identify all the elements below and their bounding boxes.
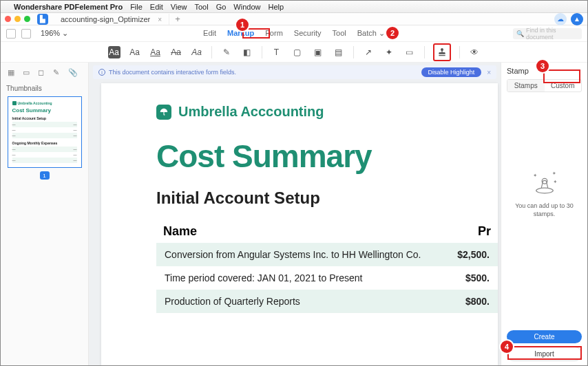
stamp-tabs: Stamps Custom (507, 79, 582, 92)
menu-window[interactable]: Window (233, 3, 260, 11)
stamp-illustration-icon (529, 168, 560, 195)
info-icon: i (98, 69, 105, 76)
separator (459, 46, 460, 58)
col-name: Name (163, 224, 450, 239)
stamp-empty-text: You can add up to 30 stamps. (507, 202, 582, 218)
attachments-icon[interactable]: 📎 (68, 68, 78, 78)
document-tab[interactable]: accounting-sign_Optimizer × (54, 14, 169, 25)
create-stamp-button[interactable]: Create (507, 330, 582, 343)
col-price: Pr (450, 224, 491, 239)
shape-tool-icon[interactable]: ▭ (403, 46, 416, 58)
separator (211, 46, 212, 58)
search-input[interactable]: 🔍 Find in this document (513, 28, 582, 39)
os-menubar: Wondershare PDFelement Pro File Edit Vie… (1, 1, 587, 13)
page-thumbnail[interactable]: Umbrella Accounting Cost Summary Initial… (8, 96, 82, 168)
page-number-badge: 1 (40, 171, 50, 180)
cloud-icon[interactable]: ☁ (554, 13, 567, 25)
menu-view[interactable]: View (171, 3, 187, 11)
markup-toolbar: Aa Aa Aa Aa Aa ✎ ◧ T ▢ ▣ ▤ ↗ ✦ ▭ 👁 (1, 42, 587, 63)
minimize-window-icon[interactable] (14, 16, 21, 22)
table-row: Time period covered: JAN 01, 2021 to Pre… (156, 266, 498, 290)
close-window-icon[interactable] (5, 16, 11, 22)
primary-toolbar: 196% ⌄ Edit Markup Form Security Tool Ba… (1, 25, 587, 42)
menu-file[interactable]: File (130, 3, 143, 11)
sidebar-toggle-icon[interactable] (6, 29, 16, 39)
tab-batch[interactable]: Batch ⌄ (357, 29, 385, 38)
tab-tool[interactable]: Tool (333, 29, 346, 38)
tab-form[interactable]: Form (265, 29, 283, 38)
app-logo-icon: ▙ (37, 14, 48, 25)
note-tool-icon[interactable]: ▢ (291, 46, 304, 58)
layout-icon[interactable] (21, 29, 31, 39)
tab-stamps[interactable]: Stamps (507, 80, 545, 92)
text-tool-icon[interactable]: Aa (129, 46, 141, 58)
tab-custom[interactable]: Custom (545, 80, 582, 92)
account-icon[interactable]: ▲ (571, 13, 583, 25)
eraser-tool-icon[interactable]: ◧ (241, 46, 253, 58)
table-row: Conversion from Angular Systems Inc. to … (156, 243, 498, 266)
doc-title: Cost Summary (156, 138, 498, 175)
pin-tool-icon[interactable]: ✦ (383, 46, 395, 58)
traffic-lights (5, 16, 30, 22)
svg-point-0 (536, 188, 553, 193)
cost-table: Name Pr Conversion from Angular Systems … (156, 220, 498, 313)
doc-brand-name: Umbrella Acccounting (178, 104, 324, 120)
menu-help[interactable]: Help (268, 3, 284, 11)
strikeout-tool-icon[interactable]: Aa (170, 46, 182, 58)
zoom-level[interactable]: 196% ⌄ (41, 29, 68, 38)
banner-message: This document contains interactive form … (109, 69, 236, 76)
annotation-3: 3 (536, 60, 549, 72)
fullscreen-window-icon[interactable] (24, 16, 30, 22)
menu-edit[interactable]: Edit (150, 3, 163, 11)
arrow-tool-icon[interactable]: ↗ (362, 46, 375, 58)
textbox-tool-icon[interactable]: T (271, 46, 283, 58)
annotation-4: 4 (501, 341, 513, 353)
disable-highlight-button[interactable]: Disable Highlight (421, 67, 482, 77)
comment-tool-icon[interactable]: ▤ (333, 46, 345, 58)
doc-brand: Umbrella Acccounting (156, 104, 498, 120)
menu-tool[interactable]: Tool (194, 3, 208, 11)
stamp-tool-icon[interactable] (433, 43, 451, 61)
new-tab-button[interactable]: + (169, 14, 186, 24)
separator (262, 46, 262, 58)
window-titlebar: ▙ accounting-sign_Optimizer × + ☁ ▲ (1, 13, 587, 25)
underline-tool-icon[interactable]: Aa (149, 46, 162, 58)
separator (424, 46, 425, 58)
bookmark-ribbon-icon[interactable]: ◻ (38, 68, 48, 78)
stamp-empty-state: You can add up to 30 stamps. (507, 168, 582, 218)
search-placeholder: Find in this document (526, 27, 578, 41)
tab-edit[interactable]: Edit (203, 29, 216, 38)
tab-security[interactable]: Security (294, 29, 322, 38)
annotations-icon[interactable]: ✎ (53, 68, 63, 78)
highlight-tool-icon[interactable]: Aa (108, 46, 120, 58)
umbrella-icon (156, 105, 171, 120)
document-tab-label: accounting-sign_Optimizer (61, 15, 150, 23)
search-icon: 🔍 (516, 30, 524, 37)
form-fields-banner: i This document contains interactive for… (93, 65, 496, 79)
stamp-panel: Stamp Stamps Custom You can add up to 30… (501, 63, 587, 366)
pdf-page: Umbrella Acccounting Cost Summary Initia… (101, 83, 498, 366)
separator (353, 46, 354, 58)
annotation-1: 1 (236, 19, 249, 31)
thumbnails-panel: ▦ ▭ ◻ ✎ 📎 Thumbnails Umbrella Accounting… (1, 63, 89, 366)
doc-section-title: Initial Account Setup (156, 189, 498, 208)
eye-tool-icon[interactable]: 👁 (468, 46, 481, 58)
bookmarks-icon[interactable]: ▭ (23, 68, 32, 78)
callout-tool-icon[interactable]: ▣ (312, 46, 324, 58)
pencil-tool-icon[interactable]: ✎ (220, 46, 233, 58)
banner-close-icon[interactable]: × (487, 69, 491, 76)
thumbnails-icon[interactable]: ▦ (8, 68, 17, 78)
app-name[interactable]: Wondershare PDFelement Pro (14, 3, 123, 11)
import-stamp-button[interactable]: Import (507, 347, 582, 361)
thumbnails-title: Thumbnails (6, 85, 83, 92)
menu-go[interactable]: Go (216, 3, 227, 11)
document-viewport[interactable]: i This document contains interactive for… (89, 63, 501, 366)
squiggly-tool-icon[interactable]: Aa (191, 46, 203, 58)
annotation-2: 2 (386, 27, 399, 39)
close-tab-icon[interactable]: × (158, 16, 162, 23)
table-row: Production of Quarterly Reports $800. (156, 290, 498, 313)
